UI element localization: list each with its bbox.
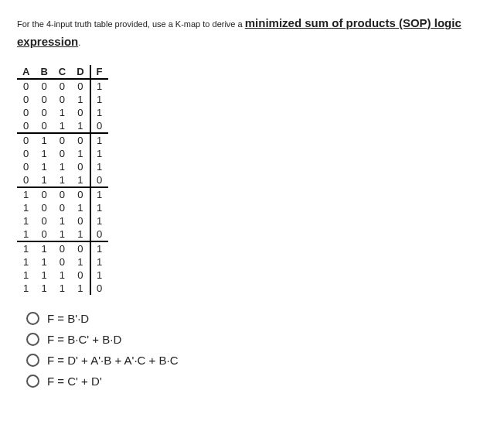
table-cell: 1 bbox=[90, 241, 108, 255]
table-cell: 1 bbox=[17, 228, 35, 241]
table-cell: 1 bbox=[17, 187, 35, 201]
table-cell: 0 bbox=[71, 214, 90, 228]
table-row: 00101 bbox=[17, 106, 108, 119]
table-cell: 1 bbox=[71, 255, 90, 269]
table-cell: 1 bbox=[53, 173, 71, 187]
table-cell: 1 bbox=[53, 282, 71, 295]
table-row: 10101 bbox=[17, 214, 108, 228]
table-cell: 1 bbox=[90, 147, 108, 160]
table-cell: 0 bbox=[35, 201, 53, 214]
table-row: 00001 bbox=[17, 79, 108, 93]
table-cell: 1 bbox=[90, 255, 108, 269]
table-cell: 1 bbox=[35, 133, 53, 147]
option-d[interactable]: F = C' + D' bbox=[26, 375, 487, 388]
table-cell: 0 bbox=[17, 93, 35, 106]
table-cell: 1 bbox=[90, 269, 108, 282]
table-cell: 0 bbox=[35, 214, 53, 228]
table-cell: 0 bbox=[53, 241, 71, 255]
table-row: 11001 bbox=[17, 241, 108, 255]
table-cell: 0 bbox=[53, 133, 71, 147]
table-cell: 0 bbox=[17, 119, 35, 133]
table-cell: 0 bbox=[35, 119, 53, 133]
table-cell: 0 bbox=[71, 106, 90, 119]
table-cell: 0 bbox=[17, 106, 35, 119]
table-cell: 0 bbox=[71, 160, 90, 173]
option-label: F = C' + D' bbox=[47, 375, 102, 388]
table-cell: 1 bbox=[53, 269, 71, 282]
option-c[interactable]: F = D' + A'·B + A'·C + B·C bbox=[26, 354, 487, 367]
option-label: F = B·C' + B·D bbox=[47, 333, 121, 346]
table-cell: 1 bbox=[90, 133, 108, 147]
table-cell: 0 bbox=[53, 187, 71, 201]
table-cell: 0 bbox=[71, 133, 90, 147]
radio-icon bbox=[26, 354, 39, 367]
table-row: 00011 bbox=[17, 93, 108, 106]
prompt-pre: For the 4-input truth table provided, us… bbox=[17, 19, 245, 29]
table-row: 10011 bbox=[17, 201, 108, 214]
table-cell: 1 bbox=[17, 282, 35, 295]
table-cell: 1 bbox=[90, 187, 108, 201]
table-cell: 0 bbox=[17, 160, 35, 173]
table-row: 01001 bbox=[17, 133, 108, 147]
table-cell: 1 bbox=[35, 269, 53, 282]
table-cell: 0 bbox=[35, 93, 53, 106]
table-cell: 1 bbox=[71, 282, 90, 295]
table-cell: 0 bbox=[35, 228, 53, 241]
option-label: F = B'·D bbox=[47, 312, 89, 325]
table-cell: 0 bbox=[17, 79, 35, 93]
table-cell: 1 bbox=[71, 147, 90, 160]
table-row: 10001 bbox=[17, 187, 108, 201]
table-row: 01110 bbox=[17, 173, 108, 187]
table-row: 00110 bbox=[17, 119, 108, 133]
table-cell: 1 bbox=[71, 119, 90, 133]
table-cell: 1 bbox=[35, 173, 53, 187]
table-header: C bbox=[53, 65, 71, 79]
table-cell: 1 bbox=[71, 93, 90, 106]
table-cell: 1 bbox=[53, 160, 71, 173]
truth-table: ABCDF00001000110010100110010010101101101… bbox=[17, 65, 487, 295]
table-cell: 1 bbox=[53, 214, 71, 228]
table-row: 11011 bbox=[17, 255, 108, 269]
table-cell: 1 bbox=[17, 241, 35, 255]
table-cell: 1 bbox=[35, 255, 53, 269]
table-cell: 0 bbox=[35, 79, 53, 93]
table-cell: 0 bbox=[35, 187, 53, 201]
table-cell: 1 bbox=[90, 79, 108, 93]
table-header: D bbox=[71, 65, 90, 79]
table-cell: 0 bbox=[71, 269, 90, 282]
table-row: 11101 bbox=[17, 269, 108, 282]
radio-icon bbox=[26, 375, 39, 388]
table-cell: 0 bbox=[53, 255, 71, 269]
table-cell: 1 bbox=[17, 255, 35, 269]
table-cell: 0 bbox=[17, 133, 35, 147]
option-a[interactable]: F = B'·D bbox=[26, 312, 487, 325]
table-cell: 1 bbox=[90, 106, 108, 119]
table-cell: 1 bbox=[90, 214, 108, 228]
table-cell: 1 bbox=[35, 147, 53, 160]
table-header: A bbox=[17, 65, 35, 79]
radio-icon bbox=[26, 333, 39, 346]
table-row: 11110 bbox=[17, 282, 108, 295]
table-cell: 0 bbox=[53, 147, 71, 160]
table-cell: 0 bbox=[71, 241, 90, 255]
option-b[interactable]: F = B·C' + B·D bbox=[26, 333, 487, 346]
option-label: F = D' + A'·B + A'·C + B·C bbox=[47, 354, 179, 367]
table-cell: 0 bbox=[71, 187, 90, 201]
question-prompt: For the 4-input truth table provided, us… bbox=[17, 14, 487, 51]
table-cell: 1 bbox=[71, 228, 90, 241]
table-cell: 0 bbox=[90, 119, 108, 133]
table-cell: 1 bbox=[53, 106, 71, 119]
table-cell: 1 bbox=[90, 160, 108, 173]
table-cell: 0 bbox=[17, 173, 35, 187]
prompt-post: . bbox=[78, 38, 80, 47]
table-cell: 1 bbox=[90, 201, 108, 214]
table-cell: 0 bbox=[35, 106, 53, 119]
table-cell: 1 bbox=[53, 228, 71, 241]
table-row: 01101 bbox=[17, 160, 108, 173]
table-cell: 0 bbox=[90, 173, 108, 187]
table-cell: 0 bbox=[71, 79, 90, 93]
table-row: 10110 bbox=[17, 228, 108, 241]
table-cell: 1 bbox=[71, 173, 90, 187]
table-cell: 1 bbox=[71, 201, 90, 214]
table-cell: 0 bbox=[90, 228, 108, 241]
